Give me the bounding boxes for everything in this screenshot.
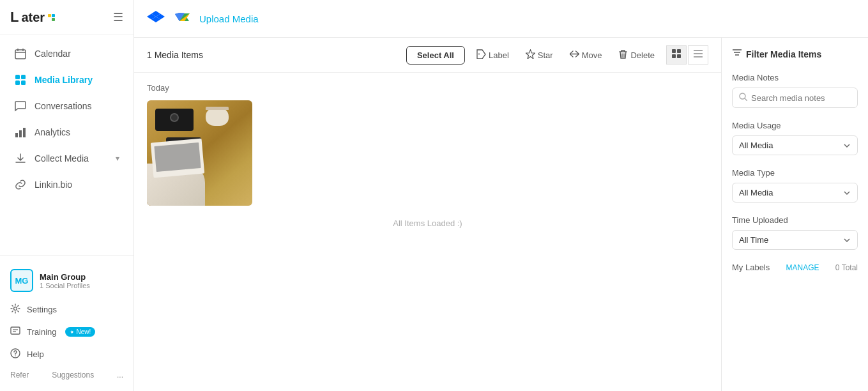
media-library-icon — [14, 73, 27, 86]
sidebar-item-conversations[interactable]: Conversations — [4, 93, 130, 119]
media-notes-label: Media Notes — [732, 73, 858, 82]
media-toolbar: 1 Media Items Select All Label Star — [134, 38, 721, 73]
media-type-label: Media Type — [732, 168, 858, 178]
filter-header: Filter Media Items — [732, 48, 858, 60]
help-label: Help — [27, 349, 44, 359]
media-type-section: Media Type All Media Images Videos — [732, 168, 858, 203]
group-name: Main Group — [40, 272, 90, 282]
sidebar-bottom: MG Main Group 1 Social Profiles Settings… — [0, 256, 133, 391]
move-action[interactable]: Move — [565, 45, 607, 65]
delete-icon — [618, 49, 628, 61]
search-icon — [739, 92, 747, 103]
delete-action[interactable]: Delete — [613, 45, 660, 65]
svg-rect-22 — [672, 49, 676, 53]
media-type-select[interactable]: All Media Images Videos — [732, 183, 858, 203]
sidebar-item-label: Analytics — [34, 127, 70, 137]
dropbox-icon[interactable] — [147, 8, 165, 29]
svg-point-20 — [478, 54, 480, 55]
svg-point-11 — [14, 307, 17, 310]
help-icon — [10, 348, 20, 360]
today-label: Today — [147, 83, 708, 93]
settings-nav-item[interactable]: Settings — [0, 298, 133, 321]
sidebar-item-analytics[interactable]: Analytics — [4, 119, 130, 145]
sidebar-header: L ater ☰ — [0, 0, 133, 35]
analytics-icon — [14, 126, 27, 139]
media-area: 1 Media Items Select All Label Star — [134, 38, 721, 391]
svg-rect-25 — [677, 54, 681, 58]
sidebar-item-media-library[interactable]: Media Library — [4, 67, 130, 93]
media-item[interactable] — [147, 100, 252, 206]
svg-rect-5 — [21, 75, 26, 79]
search-notes-input[interactable] — [751, 93, 851, 103]
star-text: Star — [538, 50, 553, 60]
upload-media-link[interactable]: Upload Media — [199, 13, 259, 24]
media-usage-label: Media Usage — [732, 121, 858, 130]
collect-media-icon — [14, 152, 27, 165]
more-icon[interactable]: ... — [117, 371, 123, 379]
label-icon — [476, 49, 486, 61]
view-toggle — [666, 45, 708, 65]
time-uploaded-label: Time Uploaded — [732, 215, 858, 225]
settings-label: Settings — [27, 305, 57, 314]
svg-point-16 — [15, 355, 15, 356]
media-grid — [147, 100, 708, 206]
group-info: MG Main Group 1 Social Profiles — [0, 263, 133, 298]
sidebar-item-label: Calendar — [34, 49, 71, 59]
total-label: 0 Total — [835, 263, 858, 272]
group-profiles: 1 Social Profiles — [40, 282, 90, 289]
link-icon — [14, 178, 27, 191]
svg-rect-4 — [15, 75, 20, 79]
time-uploaded-select[interactable]: All Time Today This Week This Month — [732, 230, 858, 250]
svg-rect-12 — [11, 327, 20, 334]
footer-row: Refer Suggestions ... — [0, 365, 133, 385]
refer-link[interactable]: Refer — [10, 371, 29, 379]
logo-text: L — [10, 9, 19, 26]
drive-icon[interactable] — [174, 8, 190, 29]
media-content: Today — [134, 73, 721, 391]
filter-icon — [732, 48, 742, 60]
my-labels-row: My Labels MANAGE 0 Total — [732, 263, 858, 272]
topbar: Upload Media — [134, 0, 868, 38]
settings-icon — [10, 303, 20, 316]
media-notes-section: Media Notes — [732, 73, 858, 108]
select-all-button[interactable]: Select All — [406, 46, 465, 65]
suggestions-link[interactable]: Suggestions — [52, 371, 94, 379]
logo-decoration — [48, 14, 55, 21]
calendar-icon — [14, 47, 27, 60]
sidebar-item-calendar[interactable]: Calendar — [4, 41, 130, 66]
help-nav-item[interactable]: Help — [0, 343, 133, 365]
search-notes-container — [732, 88, 858, 108]
star-icon — [526, 49, 535, 61]
group-avatar: MG — [10, 269, 33, 292]
list-view-button[interactable] — [688, 45, 708, 65]
svg-rect-6 — [15, 80, 20, 85]
media-usage-select[interactable]: All Media Used Unused — [732, 135, 858, 155]
label-action[interactable]: Label — [471, 45, 514, 65]
svg-rect-8 — [15, 133, 18, 137]
group-text: Main Group 1 Social Profiles — [40, 272, 90, 289]
star-action[interactable]: Star — [521, 45, 558, 65]
filter-title: Filter Media Items — [746, 49, 821, 59]
svg-line-33 — [745, 98, 747, 101]
label-text: Label — [489, 50, 509, 60]
sidebar-item-linkin-bio[interactable]: Linkin.bio — [4, 172, 130, 197]
svg-marker-21 — [526, 50, 535, 59]
hamburger-icon[interactable]: ☰ — [113, 10, 123, 24]
sidebar-item-label: Media Library — [34, 75, 93, 85]
group-initials: MG — [15, 276, 29, 286]
media-usage-section: Media Usage All Media Used Unused — [732, 121, 858, 155]
sidebar-item-collect-media[interactable]: Collect Media ▾ — [4, 146, 130, 171]
content-area: 1 Media Items Select All Label Star — [134, 38, 868, 391]
sidebar: L ater ☰ Calendar — [0, 0, 134, 391]
grid-view-button[interactable] — [666, 45, 687, 65]
training-nav-item[interactable]: Training ✦ New! — [0, 321, 133, 343]
manage-link[interactable]: MANAGE — [786, 263, 819, 272]
move-icon — [570, 49, 579, 61]
move-text: Move — [582, 50, 602, 60]
sidebar-item-label: Conversations — [34, 101, 92, 111]
svg-rect-23 — [677, 49, 681, 53]
svg-rect-10 — [23, 128, 26, 137]
training-icon — [10, 326, 20, 338]
chevron-down-icon: ▾ — [116, 154, 119, 163]
new-badge: ✦ New! — [65, 327, 95, 337]
